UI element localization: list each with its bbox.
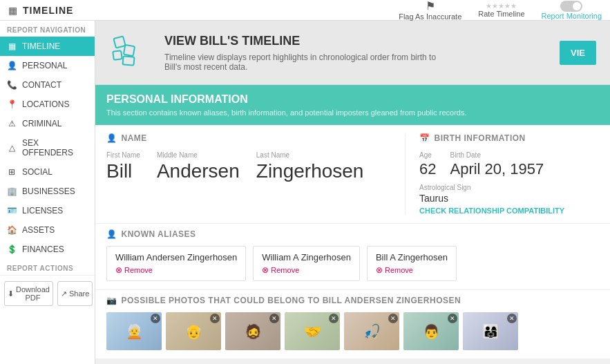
contact-nav-icon: 📞 <box>7 80 17 90</box>
app-header: ▦ TIMELINE ⚑ Flag As Inaccurate ★★★★★ Ra… <box>0 0 610 21</box>
sidebar-item-social[interactable]: ⊞ SOCIAL <box>0 162 95 182</box>
finances-nav-icon: 💲 <box>7 245 17 254</box>
photo-item-6: ✕ 👨 <box>403 312 459 350</box>
alias-card-3: Bill A Zingerhosen Remove <box>367 246 457 281</box>
personal-nav-icon: 👤 <box>7 61 17 70</box>
age-field: Age 62 <box>419 151 436 178</box>
photo-item-1: ✕ 🧑‍🦳 <box>106 312 162 350</box>
criminal-nav-icon: ⚠ <box>7 119 17 128</box>
header-title: TIMELINE <box>23 5 73 16</box>
sidebar: REPORT NAVIGATION ▦ TIMELINE 👤 PERSONAL … <box>0 21 95 364</box>
birth-rows: Age 62 Birth Date April 20, 1957 <box>419 151 599 178</box>
sidebar-item-personal[interactable]: 👤 PERSONAL <box>0 56 95 75</box>
person-icon: 👤 <box>106 133 117 143</box>
businesses-nav-icon: 🏢 <box>7 186 17 196</box>
sidebar-item-finances[interactable]: 💲 FINANCES <box>0 240 95 259</box>
last-name-value: Zingerhosen <box>256 160 364 182</box>
sidebar-item-sex-offenders[interactable]: △ SEX OFFENDERS <box>0 133 95 162</box>
photos-section: 📷 POSSIBLE PHOTOS THAT COULD BELONG TO B… <box>95 289 610 358</box>
sidebar-item-assets[interactable]: 🏠 ASSETS <box>0 220 95 240</box>
report-nav-label: REPORT NAVIGATION <box>0 21 95 37</box>
photo-close-1[interactable]: ✕ <box>151 314 160 323</box>
aliases-list: William Andersen Zingerhosen Remove Will… <box>106 246 599 281</box>
photo-item-3: ✕ 🧔 <box>225 312 280 350</box>
header-grid-icon: ▦ <box>8 5 17 16</box>
birth-block-label: 📅 BIRTH INFORMATION <box>419 133 599 143</box>
timeline-banner-icon <box>109 32 151 73</box>
sidebar-item-timeline[interactable]: ▦ TIMELINE <box>0 37 95 56</box>
alias-card-2: William A Zingerhosen Remove <box>253 246 360 281</box>
middle-name-field: Middle Name Andersen <box>157 151 240 182</box>
person-aliases-icon: 👤 <box>106 229 117 239</box>
report-monitoring-btn[interactable]: Report Monitoring <box>542 1 602 20</box>
locations-nav-icon: 📍 <box>7 99 17 109</box>
first-name-field: First Name Bill <box>106 151 140 182</box>
sidebar-item-criminal[interactable]: ⚠ CRIMINAL <box>0 114 95 133</box>
birth-date-field: Birth Date April 20, 1957 <box>450 151 544 178</box>
timeline-banner: VIEW BILL'S TIMELINE Timeline view displ… <box>95 21 610 85</box>
photo-close-2[interactable]: ✕ <box>210 314 220 323</box>
alias-name-2: William A Zingerhosen <box>262 252 351 262</box>
sidebar-item-businesses[interactable]: 🏢 BUSINESSES <box>0 182 95 201</box>
personal-section-body: 👤 NAME First Name Bill Middle Name Ander… <box>95 125 610 223</box>
flag-inaccurate-btn[interactable]: ⚑ Flag As Inaccurate <box>399 0 461 21</box>
svg-rect-3 <box>123 56 135 65</box>
alias-name-1: William Andersen Zingerhosen <box>115 252 237 262</box>
alias-remove-1[interactable]: Remove <box>115 265 237 275</box>
compat-link[interactable]: CHECK RELATIONSHIP COMPATIBILITY <box>419 207 599 215</box>
name-fields: First Name Bill Middle Name Andersen Las… <box>106 151 391 182</box>
timeline-banner-text: VIEW BILL'S TIMELINE Timeline view displ… <box>164 34 441 72</box>
photo-close-6[interactable]: ✕ <box>448 314 457 323</box>
sidebar-item-contact[interactable]: 📞 CONTACT <box>0 75 95 95</box>
timeline-nav-icon: ▦ <box>7 41 17 51</box>
photo-item-7: ✕ 👨‍👩‍👧 <box>463 312 518 350</box>
photos-grid: ✕ 🧑‍🦳 ✕ 👴 ✕ 🧔 ✕ 🤝 <box>106 312 599 350</box>
view-timeline-button[interactable]: VIE <box>560 41 596 65</box>
share-icon: ↗ <box>61 289 67 298</box>
photo-close-3[interactable]: ✕ <box>269 314 279 323</box>
svg-rect-0 <box>113 36 125 48</box>
age-value: 62 <box>419 160 436 178</box>
personal-section-header: PERSONAL INFORMATION This section contai… <box>95 85 610 125</box>
sidebar-action-buttons: ⬇ Download PDF ↗ Share <box>0 275 95 312</box>
share-button[interactable]: ↗ Share <box>57 281 93 306</box>
first-name-value: Bill <box>106 160 140 182</box>
photo-close-5[interactable]: ✕ <box>388 314 398 323</box>
main-layout: REPORT NAVIGATION ▦ TIMELINE 👤 PERSONAL … <box>0 21 610 364</box>
photo-item-5: ✕ 🎣 <box>344 312 399 350</box>
sidebar-item-licenses[interactable]: 🪪 LICENSES <box>0 201 95 220</box>
astro-value: Taurus <box>419 193 599 204</box>
name-birth-block: 👤 NAME First Name Bill Middle Name Ander… <box>106 133 599 215</box>
aliases-label: 👤 KNOWN ALIASES <box>106 229 599 239</box>
name-block-label: 👤 NAME <box>106 133 391 143</box>
alias-name-3: Bill A Zingerhosen <box>376 252 448 262</box>
astro-field: Astrological Sign Taurus CHECK RELATIONS… <box>419 184 599 215</box>
report-actions-label: REPORT ACTIONS <box>0 259 95 275</box>
monitoring-toggle[interactable] <box>560 1 582 12</box>
photos-label: 📷 POSSIBLE PHOTOS THAT COULD BELONG TO B… <box>106 296 599 305</box>
birth-section: 📅 BIRTH INFORMATION Age 62 Birth Date Ap… <box>406 133 599 215</box>
alias-remove-3[interactable]: Remove <box>376 265 448 275</box>
rate-timeline-btn[interactable]: ★★★★★ Rate Timeline <box>478 2 524 18</box>
sidebar-item-locations[interactable]: 📍 LOCATIONS <box>0 95 95 114</box>
camera-icon: 📷 <box>106 296 117 305</box>
sex-offenders-nav-icon: △ <box>7 143 17 153</box>
assets-nav-icon: 🏠 <box>7 225 17 235</box>
name-section: 👤 NAME First Name Bill Middle Name Ander… <box>106 133 406 215</box>
calendar-icon: 📅 <box>419 133 430 143</box>
photo-close-7[interactable]: ✕ <box>507 314 517 323</box>
alias-card-1: William Andersen Zingerhosen Remove <box>106 246 246 281</box>
social-nav-icon: ⊞ <box>7 167 17 177</box>
last-name-field: Last Name Zingerhosen <box>256 151 364 182</box>
alias-remove-2[interactable]: Remove <box>262 265 351 275</box>
content-area: VIEW BILL'S TIMELINE Timeline view displ… <box>95 21 610 364</box>
download-pdf-button[interactable]: ⬇ Download PDF <box>4 281 53 306</box>
photo-close-4[interactable]: ✕ <box>329 314 339 323</box>
header-actions: ⚑ Flag As Inaccurate ★★★★★ Rate Timeline… <box>399 0 602 21</box>
aliases-section: 👤 KNOWN ALIASES William Andersen Zingerh… <box>95 223 610 289</box>
download-icon: ⬇ <box>8 289 14 298</box>
svg-rect-1 <box>124 45 135 56</box>
middle-name-value: Andersen <box>157 160 240 182</box>
photo-item-4: ✕ 🤝 <box>285 312 340 350</box>
photo-item-2: ✕ 👴 <box>166 312 221 350</box>
